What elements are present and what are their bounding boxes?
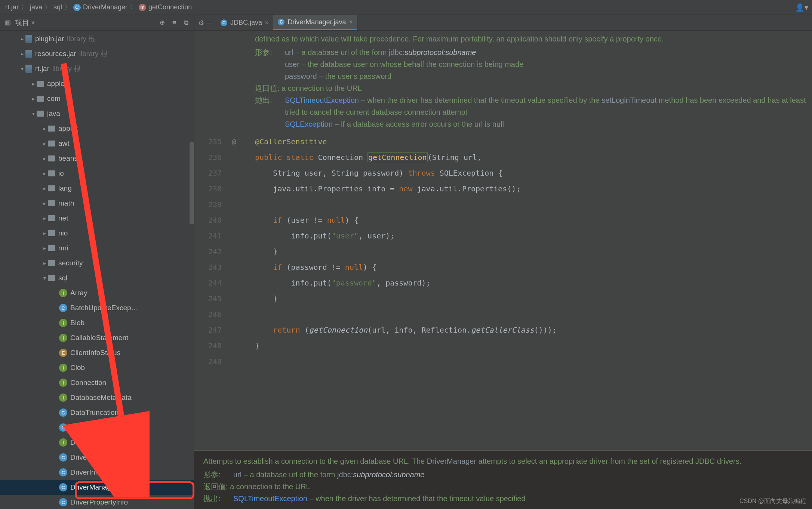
tree-item-com[interactable]: ▸com [0, 91, 194, 106]
code-line[interactable]: String user, String password) throws SQL… [255, 165, 812, 181]
code-line[interactable]: } [255, 244, 812, 259]
tree-item-array[interactable]: IArray [0, 286, 194, 300]
exception-link[interactable]: SQLTimeoutException [233, 494, 307, 503]
tree-arrow-icon[interactable]: ▸ [30, 96, 37, 102]
tree-item-callablestatement[interactable]: ICallableStatement [0, 330, 194, 345]
tree-item-sql[interactable]: ▾sql [0, 271, 194, 286]
tree-item-clientinfostatus[interactable]: EClientInfoStatus [0, 345, 194, 360]
line-number: 244 [194, 275, 222, 291]
gear-icon[interactable]: ⚙ [198, 19, 204, 27]
tab-jdbc[interactable]: C JDBC.java × [216, 15, 273, 30]
tree-arrow-icon[interactable]: ▸ [41, 230, 48, 236]
code-line[interactable]: java.util.Properties info = new java.uti… [255, 181, 812, 197]
code-line[interactable]: } [255, 338, 812, 354]
tree-item-driver[interactable]: IDriver [0, 435, 194, 450]
tree-item-awt[interactable]: ▸awt [0, 136, 194, 151]
tree-arrow-icon[interactable]: ▸ [41, 155, 48, 161]
code-line[interactable] [255, 354, 812, 369]
tree-arrow-icon[interactable]: ▸ [19, 51, 25, 57]
code-line[interactable]: return (getConnection(url, info, Reflect… [255, 322, 812, 338]
scrollbar-thumb[interactable] [190, 142, 194, 224]
tree-item-driveraction[interactable]: CDriverAction [0, 450, 194, 465]
tree-arrow-icon[interactable]: ▸ [41, 141, 48, 146]
code-line[interactable]: info.put("password", password); [255, 275, 812, 291]
crumb-class[interactable]: CDriverManager [72, 3, 129, 11]
interface-icon: I [59, 289, 67, 297]
crumb-sql[interactable]: sql [52, 3, 64, 11]
expand-all-icon[interactable]: ≡ [169, 18, 179, 28]
exception-link[interactable]: SQLTimeoutException [285, 96, 359, 104]
folder-icon [48, 185, 55, 191]
tree-item-batchupdateexcep-[interactable]: CBatchUpdateExcep… [0, 300, 194, 315]
editor-area: ⚙ — C JDBC.java × C DriverManager.java ×… [194, 15, 812, 509]
line-number: 249 [194, 354, 222, 369]
tree-item-driverinfo[interactable]: CDriverInfo [0, 465, 194, 480]
tree-arrow-icon[interactable]: ▸ [41, 215, 48, 221]
tree-arrow-icon[interactable]: ▾ [30, 111, 37, 117]
code-line[interactable] [255, 306, 812, 322]
param-label: 形参: [255, 46, 277, 82]
tree-item-driverpropertyinfo[interactable]: CDriverPropertyInfo [0, 495, 194, 509]
class-icon: C [278, 19, 284, 25]
tree-arrow-icon[interactable]: ▸ [41, 185, 48, 191]
tree-item-clob[interactable]: IClob [0, 360, 194, 375]
tree-arrow-icon[interactable]: ▸ [30, 81, 37, 87]
tab-drivermanager[interactable]: C DriverManager.java × [273, 15, 357, 30]
tree-item-hint: library 根 [52, 64, 81, 74]
tree-arrow-icon[interactable]: ▾ [19, 66, 25, 72]
tree-item-apple[interactable]: ▸apple [0, 76, 194, 91]
tree-item-java[interactable]: ▾java [0, 106, 194, 121]
code-line[interactable] [255, 197, 812, 212]
tree-item-resources-jar[interactable]: ▸resources.jarlibrary 根 [0, 46, 194, 61]
tree-item-datatruncation[interactable]: CDataTruncation [0, 405, 194, 420]
tree-item-lang[interactable]: ▸lang [0, 181, 194, 196]
target-icon[interactable]: ⊕ [157, 18, 167, 28]
tree-item-rmi[interactable]: ▸rmi [0, 241, 194, 256]
line-number: 246 [194, 306, 222, 322]
tree-item-beans[interactable]: ▸beans [0, 151, 194, 166]
tree-item-drivermanager[interactable]: CDriverManager [0, 480, 194, 495]
folder-icon [48, 245, 55, 251]
tree-item-rt-jar[interactable]: ▾rt.jarlibrary 根 [0, 61, 194, 76]
tree-arrow-icon[interactable]: ▸ [41, 245, 48, 251]
tree-item-date[interactable]: CDate [0, 420, 194, 435]
collapse-all-icon[interactable]: ⧉ [181, 18, 191, 28]
tree-arrow-icon[interactable]: ▸ [41, 260, 48, 266]
code-content[interactable]: @CallerSensitivepublic static Connection… [240, 134, 812, 450]
tree-arrow-icon[interactable]: ▸ [41, 200, 48, 206]
user-icon[interactable]: 👤▾ [795, 3, 808, 12]
sidebar-title[interactable]: 项目 [15, 18, 29, 28]
code-editor[interactable]: 2352362372382392402412422432442452462472… [194, 134, 812, 450]
tree-item-connection[interactable]: IConnection [0, 375, 194, 390]
tree-arrow-icon[interactable]: ▸ [19, 36, 25, 42]
crumb-java[interactable]: java [28, 3, 44, 11]
tree-item-applet[interactable]: ▸applet [0, 121, 194, 136]
project-tree[interactable]: ▸plugin.jarlibrary 根▸resources.jarlibrar… [0, 31, 194, 509]
crumb-rt-jar[interactable]: rt.jar [4, 3, 20, 11]
chevron-down-icon[interactable]: ▾ [31, 19, 35, 27]
close-icon[interactable]: × [349, 19, 352, 25]
code-line[interactable]: if (user != null) { [255, 212, 812, 228]
tree-item-io[interactable]: ▸io [0, 166, 194, 181]
code-line[interactable]: if (password != null) { [255, 259, 812, 275]
tree-arrow-icon[interactable]: ▸ [41, 170, 48, 176]
tree-item-plugin-jar[interactable]: ▸plugin.jarlibrary 根 [0, 31, 194, 46]
minimize-icon[interactable]: — [206, 19, 212, 27]
project-view-icon[interactable]: ▥ [3, 18, 13, 28]
tree-item-math[interactable]: ▸math [0, 196, 194, 211]
tree-arrow-icon[interactable]: ▸ [41, 126, 48, 132]
folder-icon [48, 141, 55, 146]
tree-item-net[interactable]: ▸net [0, 211, 194, 226]
code-line[interactable]: info.put("user", user); [255, 228, 812, 244]
exception-link[interactable]: SQLException [285, 120, 333, 128]
tree-item-nio[interactable]: ▸nio [0, 226, 194, 241]
tree-item-blob[interactable]: IBlob [0, 315, 194, 330]
code-line[interactable]: } [255, 291, 812, 306]
crumb-method[interactable]: mgetConnection [137, 3, 193, 11]
close-icon[interactable]: × [265, 19, 268, 26]
code-line[interactable]: @CallerSensitive [255, 134, 812, 149]
tree-item-databasemetadata[interactable]: IDatabaseMetaData [0, 390, 194, 405]
tree-arrow-icon[interactable]: ▾ [41, 275, 48, 281]
code-line[interactable]: public static Connection getConnection(S… [255, 149, 812, 165]
tree-item-security[interactable]: ▸security [0, 256, 194, 271]
